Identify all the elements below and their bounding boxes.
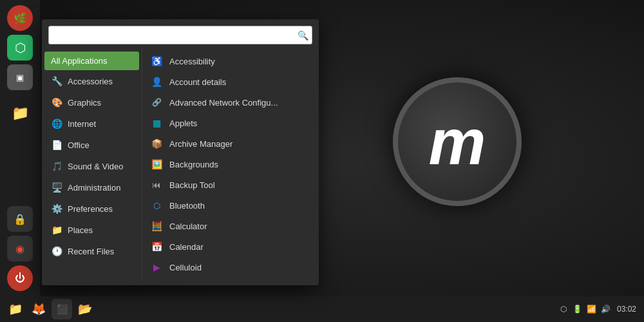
adv-network-icon: 🔗 xyxy=(150,96,163,109)
accessibility-app-icon: ♿ xyxy=(150,55,163,68)
all-apps-label: All Applications xyxy=(51,56,107,66)
desktop: m 🌿 ⬡ ▣ 📁 🔒 ◉ ⏻ 🔍 All Applications xyxy=(0,0,644,322)
category-places[interactable]: 📁 Places xyxy=(44,220,139,240)
accessories-label: Accessories xyxy=(68,77,113,86)
menu-body: All Applications 🔧 Accessories 🎨 Graphic… xyxy=(42,48,319,280)
search-button[interactable]: 🔍 xyxy=(298,30,308,41)
app-account-details[interactable]: 👤 Account details xyxy=(142,71,319,92)
taskbar-bottom: 📁 🦊 ⬛ 📂 ⬡ 🔋 📶 🔊 03:02 xyxy=(0,296,644,322)
backup-tool-label: Backup Tool xyxy=(169,180,215,190)
logout-icon[interactable]: ⏻ xyxy=(7,265,33,291)
archive-manager-label: Archive Manager xyxy=(169,139,232,149)
category-recent-files[interactable]: 🕐 Recent Files xyxy=(44,241,139,261)
backup-tool-icon: ⏮ xyxy=(150,178,163,191)
accessories-icon: 🔧 xyxy=(51,75,62,87)
administration-icon: 🖥️ xyxy=(51,182,62,193)
files-icon[interactable]: 📁 xyxy=(7,100,33,126)
search-input[interactable] xyxy=(48,26,312,44)
bluetooth-label: Bluetooth xyxy=(169,201,205,211)
apps-panel: ♿ Accessibility 👤 Account details 🔗 Adva… xyxy=(142,48,319,280)
app-character-map[interactable]: Ω Character Map xyxy=(142,278,319,280)
category-administration[interactable]: 🖥️ Administration xyxy=(44,177,139,198)
calendar-label: Calendar xyxy=(169,242,204,252)
category-graphics[interactable]: 🎨 Graphics xyxy=(44,92,139,113)
terminal-icon[interactable]: ▣ xyxy=(7,64,33,90)
calculator-label: Calculator xyxy=(169,222,207,231)
software-manager-icon[interactable]: ⬡ xyxy=(7,35,33,61)
category-office[interactable]: 📄 Office xyxy=(44,135,139,155)
mint-logo-letter: m xyxy=(429,105,486,179)
gimp-icon[interactable]: ◉ xyxy=(7,236,33,261)
bottom-folder-icon[interactable]: 📂 xyxy=(75,299,95,319)
app-archive-manager[interactable]: 📦 Archive Manager xyxy=(142,133,319,154)
category-preferences[interactable]: ⚙️ Preferences xyxy=(44,198,139,219)
search-input-wrap: 🔍 xyxy=(48,26,312,44)
recent-files-label: Recent Files xyxy=(68,247,114,256)
applets-label: Applets xyxy=(169,118,197,128)
graphics-icon: 🎨 xyxy=(51,97,62,108)
category-accessories[interactable]: 🔧 Accessories xyxy=(44,71,139,91)
adv-network-label: Advanced Network Configu... xyxy=(169,98,278,108)
app-backup-tool[interactable]: ⏮ Backup Tool xyxy=(142,175,319,195)
office-icon: 📄 xyxy=(51,139,62,151)
bottom-firefox-icon[interactable]: 🦊 xyxy=(28,299,49,319)
places-label: Places xyxy=(68,225,93,235)
mint-logo-circle: m xyxy=(393,77,522,206)
category-internet[interactable]: 🌐 Internet xyxy=(44,113,139,134)
archive-manager-icon: 📦 xyxy=(150,137,163,150)
system-tray: ⬡ 🔋 📶 🔊 03:02 xyxy=(558,303,639,315)
app-accessibility[interactable]: ♿ Accessibility xyxy=(142,51,319,71)
tray-icon-1[interactable]: ⬡ xyxy=(558,303,569,315)
app-menu: 🔍 All Applications 🔧 Accessories 🎨 Graph… xyxy=(42,19,319,285)
office-label: Office xyxy=(68,140,90,150)
places-icon: 📁 xyxy=(51,224,62,236)
app-advanced-network[interactable]: 🔗 Advanced Network Configu... xyxy=(142,92,319,113)
app-celluloid[interactable]: ▶ Celluloid xyxy=(142,257,319,278)
preferences-label: Preferences xyxy=(68,204,113,214)
graphics-label: Graphics xyxy=(68,98,101,108)
accessibility-app-label: Accessibility xyxy=(169,57,215,66)
tray-clock: 03:02 xyxy=(614,303,639,315)
app-calendar[interactable]: 📅 Calendar xyxy=(142,236,319,257)
menu-button[interactable]: 🌿 xyxy=(7,5,33,31)
tray-icon-3[interactable]: 📶 xyxy=(586,303,598,315)
tray-icon-2[interactable]: 🔋 xyxy=(572,303,583,315)
bottom-files-icon[interactable]: 📁 xyxy=(5,299,26,319)
bottom-terminal-icon[interactable]: ⬛ xyxy=(52,299,72,319)
search-bar: 🔍 xyxy=(42,19,319,48)
sound-video-label: Sound & Video xyxy=(68,162,124,171)
category-sound-video[interactable]: 🎵 Sound & Video xyxy=(44,156,139,176)
backgrounds-icon: 🖼️ xyxy=(150,158,163,171)
internet-icon: 🌐 xyxy=(51,118,62,129)
applets-icon: ▦ xyxy=(150,117,163,129)
app-applets[interactable]: ▦ Applets xyxy=(142,113,319,133)
tray-volume[interactable]: 🔊 xyxy=(600,303,612,315)
taskbar-left: 🌿 ⬡ ▣ 📁 🔒 ◉ ⏻ xyxy=(0,0,40,296)
calendar-icon: 📅 xyxy=(150,240,163,253)
account-details-label: Account details xyxy=(169,77,226,87)
category-all-applications[interactable]: All Applications xyxy=(44,52,139,70)
app-backgrounds[interactable]: 🖼️ Backgrounds xyxy=(142,154,319,175)
celluloid-label: Celluloid xyxy=(169,263,202,272)
recent-files-icon: 🕐 xyxy=(51,245,62,257)
bluetooth-icon: ⬡ xyxy=(150,199,163,212)
backgrounds-label: Backgrounds xyxy=(169,160,218,169)
administration-label: Administration xyxy=(68,183,120,193)
internet-label: Internet xyxy=(68,119,96,129)
sound-video-icon: 🎵 xyxy=(51,160,62,172)
celluloid-icon: ▶ xyxy=(150,261,163,274)
categories-panel: All Applications 🔧 Accessories 🎨 Graphic… xyxy=(42,48,142,280)
calculator-icon: 🧮 xyxy=(150,220,163,232)
app-bluetooth[interactable]: ⬡ Bluetooth xyxy=(142,195,319,216)
preferences-icon: ⚙️ xyxy=(51,203,62,214)
account-details-icon: 👤 xyxy=(150,75,163,88)
app-calculator[interactable]: 🧮 Calculator xyxy=(142,216,319,236)
mint-logo-area: m xyxy=(367,19,547,264)
lock-icon[interactable]: 🔒 xyxy=(7,206,33,232)
